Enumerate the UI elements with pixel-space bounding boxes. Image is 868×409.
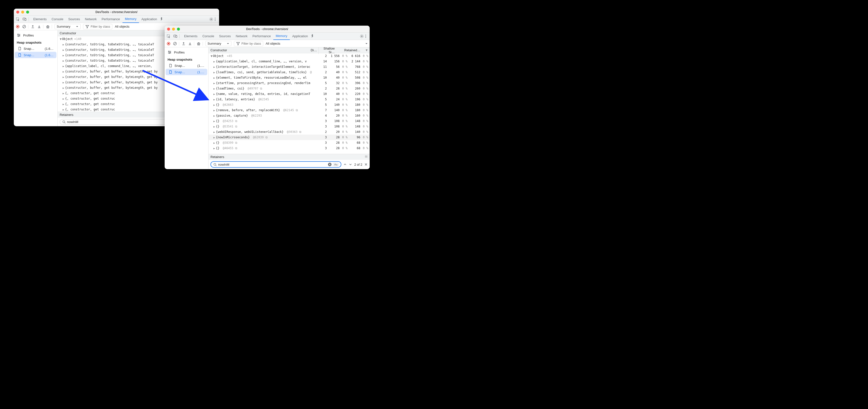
heap-row[interactable]: ▸{} @4266351400 %1800 % [209, 102, 370, 108]
heap-row[interactable]: ▸{interactionTarget, interactionTargetEl… [209, 64, 370, 69]
col-retained[interactable]: Retained… [344, 48, 361, 52]
expand-icon[interactable]: ▸ [213, 130, 215, 134]
expand-icon[interactable]: ▸ [62, 59, 65, 63]
expand-icon[interactable]: ▸ [62, 48, 65, 52]
all-objects-select[interactable]: All objects [266, 42, 280, 46]
expand-icon[interactable]: ▸ [62, 81, 65, 84]
expand-icon[interactable]: ▸ [213, 103, 215, 107]
expand-icon[interactable]: ▸ [62, 64, 65, 68]
load-icon[interactable] [31, 25, 35, 29]
tab-elements[interactable]: Elements [31, 16, 49, 23]
more-tabs-icon[interactable] [310, 34, 314, 38]
expand-icon[interactable]: ▸ [213, 76, 215, 80]
col-distance[interactable]: Di… [310, 48, 318, 52]
hamburger-icon[interactable] [365, 155, 368, 158]
tab-sources[interactable]: Sources [217, 33, 234, 40]
expand-icon[interactable]: ▼ [210, 54, 212, 58]
snapshot-item-selected[interactable]: Snap… (1.… [166, 69, 207, 75]
minimize-dot[interactable] [21, 10, 24, 13]
heap-row[interactable]: ▸{} @46455 ⧉3280 %680 % [209, 145, 370, 151]
expand-icon[interactable]: ▸ [213, 98, 215, 101]
sliders-icon[interactable] [17, 33, 21, 37]
row-object-root[interactable]: ▼ Object ×45 2 1 556 0 % 6 616 0 % [209, 53, 370, 59]
expand-icon[interactable]: ▸ [213, 60, 215, 63]
heap-row[interactable]: ▸{application_label, cl, command_line, …… [209, 59, 370, 64]
expand-icon[interactable]: ▸ [213, 119, 215, 123]
expand-icon[interactable]: ▸ [62, 75, 65, 79]
match-case-toggle[interactable]: Aa [333, 163, 338, 166]
heap-row[interactable]: ▸{webUIResponse, webUIListenerCallback} … [209, 129, 370, 135]
heap-row[interactable]: ▸{id, latency, entries} @623455240 %1960… [209, 97, 370, 102]
expand-icon[interactable]: ▸ [62, 54, 65, 57]
heap-row[interactable]: ▸{} @34253 ⧉31080 %1480 % [209, 118, 370, 124]
tab-application[interactable]: Application [290, 33, 311, 40]
gc-icon[interactable] [197, 42, 200, 46]
gear-icon[interactable] [360, 34, 364, 38]
record-icon[interactable] [16, 25, 20, 29]
heap-row[interactable]: ▸{nowInMicroseconds} @62039 ⧉3280 %960 % [209, 135, 370, 140]
expand-icon[interactable]: ▸ [213, 65, 215, 69]
search-input[interactable]: nowInM Aa [211, 161, 341, 168]
heap-row[interactable]: ▸{passive, capture} @622934200 %1600 % [209, 113, 370, 118]
gc-icon[interactable] [46, 25, 50, 29]
minimize-dot[interactable] [172, 28, 175, 31]
clear-search-icon[interactable] [328, 163, 332, 167]
all-objects-select[interactable]: All objects [115, 25, 129, 28]
heap-row[interactable]: ▸{element, timeToFirstByte, resourceLoad… [209, 75, 370, 80]
retainers-header[interactable]: Retainers [209, 154, 370, 160]
expand-icon[interactable]: ▼ [59, 37, 62, 41]
tab-memory[interactable]: Memory [273, 33, 290, 40]
zoom-dot[interactable] [26, 10, 29, 13]
filter-input[interactable]: Filter by class [83, 24, 113, 29]
close-dot[interactable] [167, 28, 170, 31]
expand-icon[interactable]: ▸ [213, 146, 215, 150]
inspect-icon[interactable] [166, 34, 170, 38]
tab-network[interactable]: Network [83, 16, 99, 23]
snapshot-item-selected[interactable]: Snap… (1.6… [15, 52, 56, 58]
expand-icon[interactable]: ▸ [62, 91, 65, 95]
summary-select[interactable]: Summary [205, 41, 231, 46]
expand-icon[interactable]: ▸ [62, 97, 65, 100]
expand-icon[interactable]: ▸ [213, 114, 215, 118]
tab-console[interactable]: Console [200, 33, 217, 40]
expand-icon[interactable]: ▸ [213, 87, 215, 90]
next-match-icon[interactable] [349, 163, 352, 166]
snapshot-item[interactable]: Snap… (1.6… [15, 46, 56, 52]
tab-performance[interactable]: Performance [250, 33, 273, 40]
tab-sources[interactable]: Sources [66, 16, 83, 23]
heap-row[interactable]: ▸{loadTimes, csi, send, getVariableValue… [209, 69, 370, 75]
expand-icon[interactable]: ▸ [213, 92, 215, 96]
save-icon[interactable] [188, 42, 192, 46]
filter-input[interactable]: Filter by class [234, 41, 263, 46]
clear-icon[interactable] [173, 42, 177, 46]
device-icon[interactable] [23, 17, 27, 21]
snapshot-item[interactable]: Snap… (1.… [166, 62, 207, 69]
tab-network[interactable]: Network [234, 33, 250, 40]
col-shallow[interactable]: Shallow Si… [318, 47, 336, 54]
expand-icon[interactable]: ▸ [62, 86, 65, 90]
sliders-icon[interactable] [167, 50, 172, 54]
tab-performance[interactable]: Performance [99, 16, 122, 23]
zoom-dot[interactable] [177, 28, 180, 31]
tab-application[interactable]: Application [139, 16, 160, 23]
kebab-icon[interactable] [213, 17, 217, 21]
expand-icon[interactable]: ▸ [213, 136, 215, 139]
heap-row[interactable]: ▸{loadTimes, csi} @49707 ⧉2280 %2600 % [209, 86, 370, 91]
close-search-icon[interactable] [364, 163, 368, 166]
heap-row[interactable]: ▸{} @53541 ⧉31080 %1480 % [209, 124, 370, 129]
record-icon[interactable] [166, 42, 170, 46]
tab-elements[interactable]: Elements [182, 33, 200, 40]
clear-icon[interactable] [22, 25, 26, 29]
close-dot[interactable] [16, 10, 19, 13]
heap-row[interactable]: ▸{name, value, rating, delta, entries, i… [209, 91, 370, 97]
heap-row[interactable]: ▸{remove, before, after, replaceWith} @6… [209, 108, 370, 113]
col-constructor[interactable]: Constructor [209, 48, 310, 52]
expand-icon[interactable]: ▸ [213, 109, 215, 112]
expand-icon[interactable]: ▸ [213, 70, 215, 74]
save-icon[interactable] [37, 25, 41, 29]
load-icon[interactable] [182, 42, 186, 46]
prev-match-icon[interactable] [343, 163, 347, 166]
expand-icon[interactable]: ▸ [213, 81, 215, 85]
expand-icon[interactable]: ▸ [62, 42, 65, 46]
kebab-icon[interactable] [364, 34, 368, 38]
